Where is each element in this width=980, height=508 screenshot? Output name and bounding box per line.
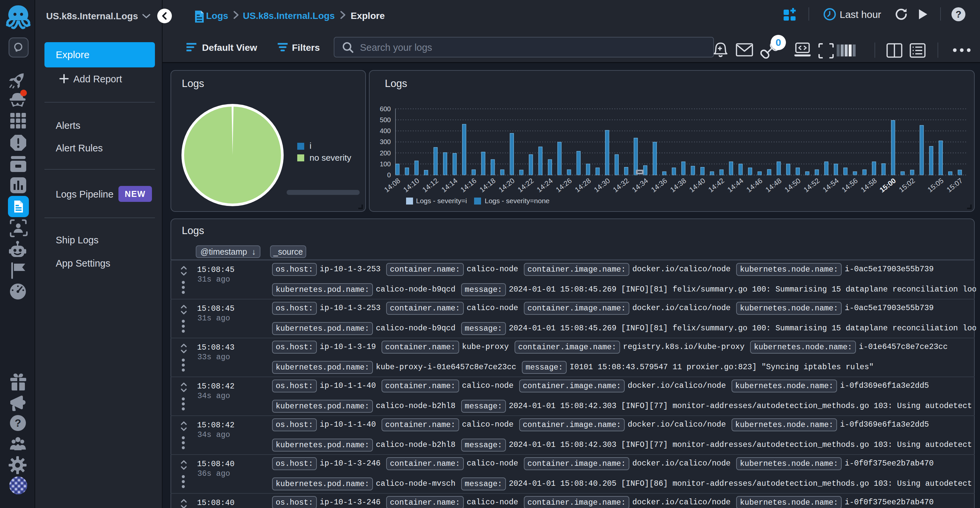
svg-text:14:54: 14:54 (821, 177, 840, 194)
svg-text:?: ? (14, 417, 21, 429)
svg-text:14:36: 14:36 (649, 177, 668, 194)
svg-text:14:18: 14:18 (478, 177, 497, 194)
svg-text:14:30: 14:30 (592, 177, 611, 194)
svg-text:100: 100 (380, 160, 391, 168)
svg-text:14:22: 14:22 (516, 177, 535, 194)
svg-text:0: 0 (387, 171, 391, 179)
svg-text:14:56: 14:56 (840, 177, 859, 194)
svg-text:14:12: 14:12 (421, 177, 440, 194)
svg-text:14:48: 14:48 (764, 177, 783, 194)
svg-text:14:40: 14:40 (688, 177, 706, 194)
svg-text:14:14: 14:14 (440, 177, 459, 194)
svg-text:14:50: 14:50 (783, 177, 802, 194)
svg-text:14:38: 14:38 (669, 177, 688, 194)
svg-text:14:10: 14:10 (402, 177, 421, 194)
svg-text:200: 200 (380, 149, 391, 157)
svg-text:?: ? (955, 9, 961, 19)
svg-text:14:52: 14:52 (802, 177, 821, 194)
svg-text:14:16: 14:16 (459, 177, 478, 194)
svg-text:14:08: 14:08 (383, 177, 402, 194)
svg-text:14:44: 14:44 (726, 177, 745, 194)
svg-text:14:34: 14:34 (631, 177, 649, 194)
svg-text:Logs - severity=none: Logs - severity=none (485, 197, 550, 204)
svg-text:400: 400 (380, 127, 391, 134)
svg-text:15:05: 15:05 (926, 177, 945, 194)
svg-text:300: 300 (380, 138, 391, 145)
svg-text:14:20: 14:20 (497, 177, 516, 194)
svg-text:15:07: 15:07 (945, 177, 964, 194)
svg-text:14:58: 14:58 (859, 177, 878, 194)
svg-text:15:02: 15:02 (897, 177, 916, 194)
svg-text:15:00: 15:00 (878, 177, 897, 194)
svg-text:500: 500 (380, 116, 391, 123)
svg-text:14:42: 14:42 (707, 177, 726, 194)
svg-text:14:28: 14:28 (573, 177, 592, 194)
svg-text:Logs - severity=i: Logs - severity=i (416, 197, 467, 204)
svg-text:14:24: 14:24 (535, 177, 554, 194)
svg-text:14:32: 14:32 (611, 177, 630, 194)
svg-text:14:26: 14:26 (554, 177, 573, 194)
svg-text:600: 600 (380, 105, 391, 113)
svg-text:14:46: 14:46 (745, 177, 764, 194)
